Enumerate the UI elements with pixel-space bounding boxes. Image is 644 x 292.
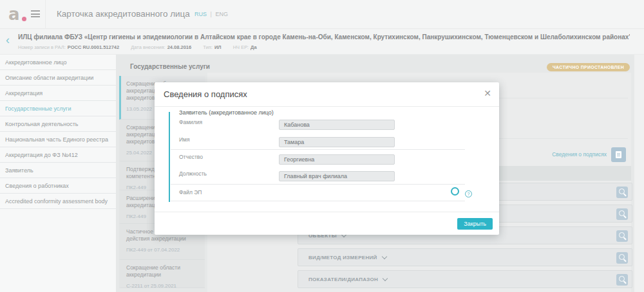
field-label-patronymic: Отчество xyxy=(179,154,203,160)
modal-separator xyxy=(171,184,465,185)
position-field[interactable] xyxy=(279,171,395,181)
help-icon[interactable]: ? xyxy=(465,190,472,197)
name-field[interactable] xyxy=(279,137,395,147)
modal-title: Сведения о подписях xyxy=(164,89,247,99)
signature-loader-icon xyxy=(451,187,459,196)
close-icon[interactable]: ✕ xyxy=(484,88,491,98)
field-label-surname: Фамилия xyxy=(179,119,202,125)
signatures-modal: Сведения о подписях ✕ Заявитель (аккреди… xyxy=(155,82,499,235)
modal-separator xyxy=(171,201,465,201)
close-button[interactable]: Закрыть xyxy=(457,218,493,230)
applicant-section-title: Заявитель (аккредитованное лицо) xyxy=(179,109,274,116)
surname-field[interactable] xyxy=(279,120,395,130)
modal-separator xyxy=(171,149,465,150)
field-label-position: Должность xyxy=(179,170,207,177)
accent-line xyxy=(169,112,170,202)
modal-header: Сведения о подписях ✕ xyxy=(155,82,499,107)
modal-footer: Закрыть xyxy=(155,212,499,235)
field-label-signature-file: Файл ЭП xyxy=(179,189,202,196)
patronymic-field[interactable] xyxy=(279,154,395,165)
modal-body: Заявитель (аккредитованное лицо) Фамилия… xyxy=(155,107,499,212)
field-label-name: Имя xyxy=(179,136,190,143)
app-root: a Карточка аккредитованного лица RUS | E… xyxy=(0,0,644,292)
